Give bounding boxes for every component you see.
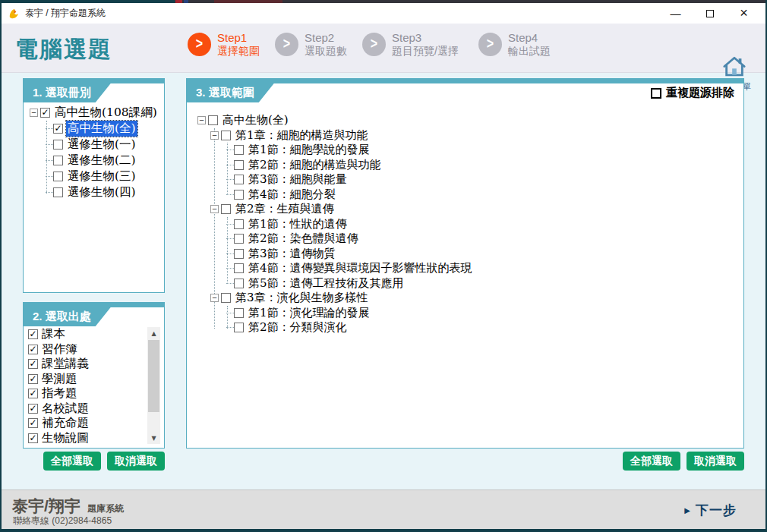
tree-node[interactable]: ✓高中生物(全)	[27, 121, 163, 137]
checkbox[interactable]	[234, 219, 244, 229]
source-item[interactable]: ✓課本	[28, 327, 143, 342]
tree-label[interactable]: 第4節：遺傳變異與環境因子影響性狀的表現	[247, 261, 474, 275]
checkbox[interactable]	[53, 140, 63, 150]
checkbox[interactable]	[234, 190, 244, 200]
tree-node[interactable]: 第5節：遺傳工程技術及其應用	[194, 276, 742, 291]
select-all-button[interactable]: 全部選取	[43, 452, 101, 471]
tree-label[interactable]: 第2節：細胞的構造與功能	[247, 158, 383, 172]
tree-node[interactable]: −第3章：演化與生物多樣性	[194, 291, 742, 306]
checkbox[interactable]	[53, 156, 63, 165]
collapse-icon[interactable]: −	[210, 294, 219, 302]
checkbox[interactable]	[234, 175, 244, 184]
tree-label[interactable]: 第1節：細胞學說的發展	[247, 143, 371, 157]
tree-label[interactable]: 第2章：生殖與遺傳	[234, 202, 336, 216]
checkbox[interactable]	[221, 131, 231, 140]
checkbox[interactable]	[234, 249, 244, 259]
tree-node[interactable]: 第2節：分類與演化	[194, 320, 742, 335]
step-1[interactable]: > Step1 選擇範圍	[188, 31, 264, 58]
checkbox[interactable]	[234, 145, 244, 155]
checkbox[interactable]: ✓	[28, 345, 38, 354]
tree-node[interactable]: 第1節：細胞學說的發展	[194, 143, 742, 158]
checkbox[interactable]	[234, 160, 244, 170]
dedup-checkbox[interactable]	[651, 88, 661, 99]
tree-node[interactable]: 第4節：遺傳變異與環境因子影響性狀的表現	[194, 261, 742, 276]
tree-label[interactable]: 第1章：細胞的構造與功能	[234, 128, 370, 143]
source-item[interactable]: ✓指考題	[28, 386, 143, 401]
tree-node[interactable]: 第3節：細胞與能量	[194, 172, 742, 187]
tree-label[interactable]: 第5節：遺傳工程技術及其應用	[247, 276, 406, 291]
tree-node[interactable]: 第4節：細胞分裂	[194, 187, 742, 203]
tree-label[interactable]: 第1節：演化理論的發展	[247, 306, 371, 320]
scroll-down-icon[interactable]: ▼	[147, 432, 160, 444]
checkbox[interactable]: ✓	[40, 108, 50, 118]
source-item[interactable]: ✓補充命題	[28, 416, 143, 431]
next-step-button[interactable]: ▶ 下一步	[684, 502, 737, 519]
tree-label[interactable]: 選修生物(二)	[66, 153, 137, 168]
tree-node[interactable]: 第3節：遺傳物質	[194, 247, 742, 262]
checkbox[interactable]: ✓	[28, 404, 38, 414]
tree-label[interactable]: 選修生物(四)	[66, 184, 137, 200]
tree-label[interactable]: 第4節：細胞分裂	[247, 187, 337, 202]
checkbox[interactable]	[234, 323, 244, 332]
scrollbar-thumb[interactable]	[148, 340, 159, 412]
tree-label[interactable]: 高中生物(108課綱)	[53, 105, 159, 121]
tree-node[interactable]: 第1節：性狀的遺傳	[194, 217, 742, 232]
tree-node[interactable]: −高中生物(全)	[194, 113, 742, 128]
tree-label[interactable]: 選修生物(三)	[66, 168, 137, 184]
tree-node[interactable]: 第1節：演化理論的發展	[194, 306, 742, 321]
checkbox[interactable]	[234, 234, 244, 244]
tree-node[interactable]: 選修生物(一)	[27, 137, 163, 153]
checkbox[interactable]	[53, 187, 63, 197]
checkbox[interactable]	[221, 204, 231, 214]
deselect-all-button[interactable]: 取消選取	[687, 452, 744, 471]
checkbox[interactable]: ✓	[28, 418, 38, 428]
checkbox[interactable]	[234, 308, 244, 318]
source-item[interactable]: ✓學測題	[28, 372, 143, 387]
checkbox[interactable]: ✓	[28, 389, 38, 398]
tree-label[interactable]: 第3節：細胞與能量	[247, 172, 349, 187]
dedup-option[interactable]: 重複題源排除	[651, 86, 734, 100]
checkbox[interactable]: ✓	[28, 359, 38, 369]
source-item[interactable]: ✓習作簿	[28, 342, 143, 357]
collapse-icon[interactable]: −	[30, 109, 38, 117]
close-button[interactable]: ×	[727, 3, 761, 24]
maximize-button[interactable]	[693, 3, 727, 24]
tree-label[interactable]: 高中生物(全)	[66, 121, 137, 137]
tree-label[interactable]: 第1節：性狀的遺傳	[247, 217, 349, 231]
checkbox[interactable]	[234, 263, 244, 273]
collapse-icon[interactable]: −	[197, 116, 206, 124]
tree-label[interactable]: 第3節：遺傳物質	[247, 247, 337, 261]
scroll-up-icon[interactable]: ▲	[147, 327, 160, 339]
step-2[interactable]: > Step2 選取題數	[275, 31, 352, 58]
checkbox[interactable]	[53, 172, 63, 181]
tree-label[interactable]: 第2節：分類與演化	[247, 320, 349, 335]
tree-node[interactable]: 第2節：細胞的構造與功能	[194, 158, 742, 173]
checkbox[interactable]	[208, 115, 218, 125]
tree-node[interactable]: −✓高中生物(108課綱)	[27, 105, 163, 121]
tree-label[interactable]: 第3章：演化與生物多樣性	[234, 291, 370, 305]
source-item[interactable]: ✓生物說圖	[28, 431, 143, 445]
collapse-icon[interactable]: −	[210, 131, 219, 140]
source-item[interactable]: ✓課堂講義	[28, 357, 143, 372]
tree-node[interactable]: 選修生物(三)	[27, 168, 163, 184]
step-3[interactable]: > Step3 題目預覽/選擇	[362, 31, 468, 58]
collapse-icon[interactable]: −	[210, 205, 219, 213]
step-4[interactable]: > Step4 輸出試題	[478, 31, 555, 58]
checkbox[interactable]: ✓	[28, 433, 38, 443]
tree-node[interactable]: −第1章：細胞的構造與功能	[194, 128, 742, 143]
scrollbar[interactable]: ▲ ▼	[147, 327, 160, 444]
checkbox[interactable]	[234, 279, 244, 288]
tree-label[interactable]: 第2節：染色體與遺傳	[247, 231, 360, 246]
tree-node[interactable]: −第2章：生殖與遺傳	[194, 202, 742, 217]
tree-node[interactable]: 第2節：染色體與遺傳	[194, 231, 742, 247]
source-item[interactable]: ✓名校試題	[28, 401, 143, 417]
checkbox[interactable]	[221, 293, 231, 303]
checkbox[interactable]: ✓	[28, 329, 38, 339]
select-all-button[interactable]: 全部選取	[623, 452, 680, 471]
tree-node[interactable]: 選修生物(二)	[27, 153, 163, 168]
checkbox[interactable]: ✓	[53, 124, 63, 134]
tree-node[interactable]: 選修生物(四)	[27, 184, 163, 200]
tree-label[interactable]: 高中生物(全)	[221, 113, 290, 127]
minimize-button[interactable]: —	[658, 3, 693, 24]
tree-label[interactable]: 選修生物(一)	[66, 137, 137, 153]
